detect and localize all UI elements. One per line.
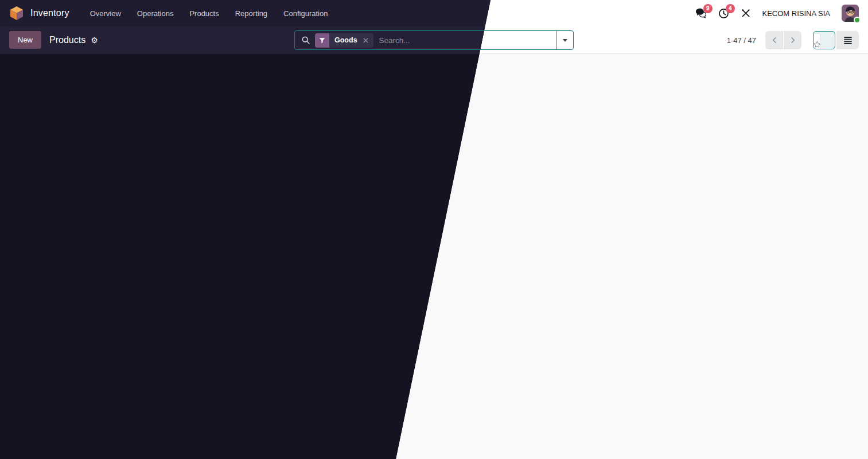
messages-button[interactable]: 9 [695, 8, 707, 18]
list-view-icon [843, 36, 853, 44]
breadcrumb-title[interactable]: Products [49, 35, 85, 45]
favorite-star-icon[interactable] [813, 40, 820, 49]
dropdown-caret-icon [563, 39, 567, 42]
navbar-systray: 9 4 KECOM RISINA SIA [695, 5, 859, 22]
company-name[interactable]: KECOM RISINA SIA [762, 9, 830, 18]
menu-overview[interactable]: Overview [82, 5, 129, 22]
pager-and-views: 1-47 / 47 Acoustic Bloc Screens [727, 31, 859, 49]
menu-reporting[interactable]: Reporting [227, 5, 275, 22]
active-filter-tag[interactable]: Goods [315, 33, 373, 48]
debug-tools-button[interactable] [741, 8, 751, 18]
product-card[interactable]: Bolt [CONS_89957] Price:0.50 € [829, 48, 836, 50]
view-switcher: Acoustic Bloc Screens 2 Variants Price:2… [813, 31, 859, 49]
app-brand[interactable]: Inventory [9, 6, 69, 21]
odoo-logo [9, 6, 24, 21]
app-title: Inventory [30, 8, 69, 18]
crossed-tools-icon [741, 8, 751, 18]
settings-gear-icon[interactable]: ⚙ [91, 36, 98, 45]
filter-label: Goods [329, 36, 361, 44]
kanban-view-button[interactable]: Acoustic Bloc Screens 2 Variants Price:2… [813, 31, 835, 49]
product-card[interactable]: Acoustic Bloc Screens 2 Variants Price:2… [813, 33, 820, 50]
messages-count-badge: 9 [703, 4, 713, 13]
activities-button[interactable]: 4 [718, 8, 729, 19]
menu-operations[interactable]: Operations [129, 5, 182, 22]
pager-next-button[interactable] [784, 31, 801, 49]
pager-range: 1-47 / 47 [727, 36, 756, 45]
search-icon [295, 36, 315, 45]
remove-filter-button[interactable] [361, 37, 373, 44]
filter-funnel-icon [315, 33, 329, 48]
user-menu[interactable] [842, 5, 859, 22]
activities-count-badge: 4 [726, 4, 735, 13]
list-view-button[interactable] [836, 31, 859, 49]
menu-configuration[interactable]: Configuration [275, 5, 336, 22]
menu-products[interactable]: Products [181, 5, 227, 22]
chevron-left-icon [770, 36, 779, 44]
pager-previous-button[interactable] [765, 31, 783, 49]
main-menu: Overview Operations Products Reporting C… [82, 5, 336, 22]
online-status-dot [854, 17, 861, 24]
new-button[interactable]: New [9, 31, 41, 49]
chevron-right-icon [789, 36, 797, 44]
search-options-toggle[interactable] [556, 31, 573, 49]
